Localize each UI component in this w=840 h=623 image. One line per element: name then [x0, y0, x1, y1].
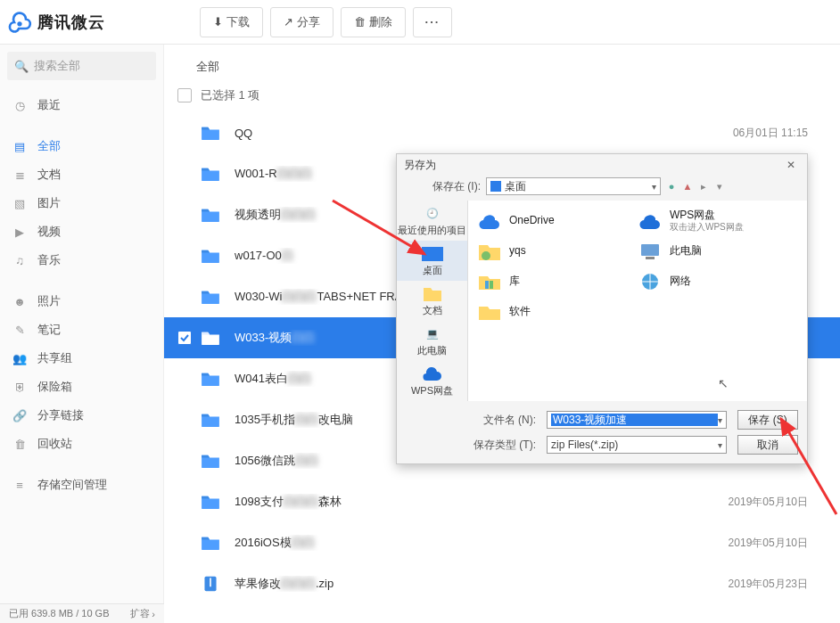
folder-item[interactable]: 软件 [472, 297, 632, 327]
lib-icon [477, 270, 502, 293]
wps2-icon [638, 209, 663, 233]
dialog-close-button[interactable]: ✕ [782, 159, 800, 171]
row-checkbox[interactable] [177, 331, 192, 345]
more-button[interactable]: ··· [413, 7, 452, 37]
sidebar-item-4[interactable]: ▶视频 [0, 217, 163, 246]
svg-rect-2 [210, 578, 211, 586]
chevron-down-icon: ▾ [718, 440, 722, 450]
music-icon: ♫ [12, 253, 27, 267]
chevron-right-icon: › [152, 609, 155, 619]
file-name: 1098支付口口口森林 [235, 494, 729, 510]
sidebar-item-label: 共享组 [37, 350, 72, 366]
sidebar-item-label: 分享链接 [37, 407, 84, 423]
folder-label: yqs [509, 245, 526, 258]
place-recent[interactable]: 🕘最近使用的项目 [397, 201, 467, 241]
filetype-combo[interactable]: zip Files(*.zip) ▾ [547, 436, 727, 454]
sidebar-item-5[interactable]: ♫音乐 [0, 246, 163, 275]
place-pc[interactable]: 💻此电脑 [397, 321, 467, 361]
dialog-title: 另存为 [404, 158, 436, 173]
sidebar-item-label: 笔记 [37, 322, 61, 338]
sidebar-item-2[interactable]: ≣文档 [0, 160, 163, 189]
breadcrumb: 全部 [164, 45, 840, 84]
save-as-dialog: 另存为 ✕ 保存在 (I): 桌面 ▾ ●▲▸▾ 🕘最近使用的项目桌面文档💻此电… [396, 153, 808, 464]
selection-count: 已选择 1 项 [201, 87, 259, 103]
sidebar-item-6[interactable]: ☻照片 [0, 287, 163, 316]
sidebar-item-10[interactable]: 🔗分享链接 [0, 401, 163, 430]
folder-label: 网络 [670, 275, 691, 288]
file-date: 06月01日 11:15 [733, 126, 808, 141]
onedrive-icon [477, 209, 502, 233]
search-input[interactable]: 🔍 搜索全部 [7, 52, 156, 80]
download-icon: ⬇ [213, 15, 223, 29]
sidebar-item-label: 音乐 [37, 252, 61, 268]
sidebar-item-1[interactable]: ▤全部 [0, 132, 163, 160]
expand-storage-button[interactable]: 扩容› [130, 607, 155, 620]
folder-item[interactable]: yqs [472, 236, 632, 266]
place-wps[interactable]: WPS网盘 [397, 361, 467, 401]
folder-label: 此电脑 [670, 245, 702, 258]
file-date: 2019年05月23日 [729, 577, 808, 592]
place-label: 文档 [423, 304, 442, 317]
folder-item[interactable]: 网络 [632, 266, 793, 297]
storage-used: 已用 639.8 MB / 10 GB [9, 607, 110, 620]
wps-icon [421, 365, 444, 383]
file-name: 苹果修改口口口.zip [235, 576, 729, 592]
chevron-down-icon: ▾ [718, 415, 722, 425]
search-icon: 🔍 [14, 60, 29, 73]
select-all-checkbox[interactable] [177, 88, 192, 102]
save-in-combo[interactable]: 桌面 ▾ [486, 177, 661, 195]
sidebar-item-9[interactable]: ⛨保险箱 [0, 373, 163, 401]
cancel-button[interactable]: 取消 [737, 435, 798, 455]
desktop-icon [421, 245, 444, 263]
pc-icon: 💻 [421, 325, 444, 343]
sidebar-item-0[interactable]: ◷最近 [0, 91, 163, 119]
app-logo: 腾讯微云 [7, 10, 164, 35]
sidebar-item-label: 图片 [37, 195, 61, 211]
place-label: WPS网盘 [411, 384, 453, 398]
sidebar-item-label: 保险箱 [37, 379, 72, 395]
place-desktop[interactable]: 桌面 [397, 241, 467, 281]
share-button[interactable]: ↗ 分享 [270, 7, 334, 37]
save-button[interactable]: 保存 (S) [737, 410, 798, 430]
sidebar-item-3[interactable]: ▧图片 [0, 189, 163, 217]
folder-item[interactable]: OneDrive [472, 206, 632, 236]
place-docs[interactable]: 文档 [397, 281, 467, 321]
sidebar-item-8[interactable]: 👥共享组 [0, 344, 163, 373]
folder-label: WPS网盘 [670, 209, 744, 222]
folder-item[interactable]: WPS网盘双击进入WPS网盘 [632, 206, 793, 236]
save-in-label: 保存在 (I): [432, 179, 481, 194]
delete-button[interactable]: 🗑 删除 [341, 7, 406, 37]
dialog-nav-icons[interactable]: ●▲▸▾ [666, 181, 725, 193]
search-placeholder: 搜索全部 [34, 58, 80, 74]
file-date: 2019年05月10日 [729, 536, 808, 551]
sidebar-item-7[interactable]: ✎笔记 [0, 316, 163, 344]
file-row[interactable]: QQ06月01日 11:15 [164, 112, 840, 153]
sidebar-item-label: 存储空间管理 [37, 477, 107, 493]
voice-icon: ☻ [12, 294, 27, 308]
file-row[interactable]: 1098支付口口口森林2019年05月10日 [164, 481, 840, 522]
sidebar-item-12[interactable]: ≡存储空间管理 [0, 471, 163, 499]
folder-item[interactable]: 库 [472, 266, 632, 297]
filename-input[interactable]: ▾ [547, 411, 727, 429]
folder-sub: 双击进入WPS网盘 [670, 222, 744, 233]
place-label: 桌面 [423, 264, 442, 277]
place-label: 最近使用的项目 [398, 224, 466, 237]
file-row[interactable]: 苹果修改口口口.zip2019年05月23日 [164, 563, 840, 603]
folder-item[interactable]: 此电脑 [632, 236, 793, 266]
image-icon: ▧ [12, 196, 27, 210]
svg-rect-9 [490, 281, 493, 289]
filetype-value: zip Files(*.zip) [551, 439, 618, 451]
sidebar-item-label: 最近 [37, 97, 61, 113]
sidebar-item-11[interactable]: 🗑回收站 [0, 430, 163, 458]
file-name: QQ [235, 127, 733, 140]
file-row[interactable]: 2016iOS模口口2019年05月10日 [164, 522, 840, 563]
cursor-icon: ↖ [718, 376, 729, 390]
share-label: 分享 [297, 14, 320, 30]
download-label: 下载 [226, 14, 250, 30]
sidebar-item-label: 回收站 [37, 436, 72, 452]
people-icon: 👥 [12, 351, 27, 365]
bar-icon: ≡ [12, 478, 27, 492]
download-button[interactable]: ⬇ 下载 [200, 7, 263, 37]
svg-point-5 [482, 251, 490, 260]
svg-rect-8 [485, 281, 489, 289]
